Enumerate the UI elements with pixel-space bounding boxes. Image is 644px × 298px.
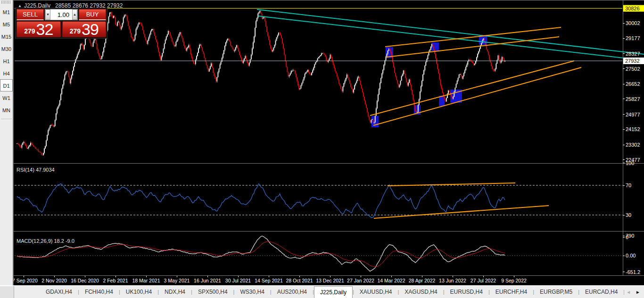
tab-spx500-h4[interactable]: SPX500,H4	[192, 286, 233, 298]
svg-text:23302: 23302	[626, 142, 640, 148]
timeframe-button-h4[interactable]: H4	[0, 67, 13, 79]
svg-text:30826: 30826	[625, 6, 640, 11]
mt4-window: RSI(14) 47.9034MACD(12,26,9) 18.2 -9.030…	[0, 0, 644, 298]
svg-text:28 Apr 2022: 28 Apr 2022	[409, 278, 436, 283]
buy-price-pips: 39	[82, 23, 99, 37]
svg-text:30: 30	[626, 212, 631, 218]
sell-button[interactable]: SELL	[17, 9, 44, 20]
svg-text:27 Jul 2022: 27 Jul 2022	[471, 278, 496, 283]
volume-stepper: ▼ ▲	[45, 9, 78, 20]
chart-tab-bar: GDAXI,H4|FCHI40,H4|UK100,H4|NDX,H4|SPX50…	[0, 285, 644, 298]
svg-text:25827: 25827	[626, 96, 640, 102]
tab-ws30-h4[interactable]: WS30,H4	[234, 286, 270, 298]
tab-uk100-h4[interactable]: UK100,H4	[120, 286, 157, 298]
tab-xauusd-h4[interactable]: XAUUSD,H4	[354, 286, 398, 298]
timeframe-toolbar: M1M5M15M30H1H4D1W1MN	[0, 0, 14, 285]
sell-price-pips: 32	[36, 23, 53, 37]
svg-text:16 Dec 2020: 16 Dec 2020	[71, 278, 99, 283]
supply-demand-zone	[431, 42, 439, 51]
svg-text:2 Feb 2021: 2 Feb 2021	[103, 278, 128, 283]
svg-text:30 Jul 2021: 30 Jul 2021	[225, 278, 251, 283]
svg-text:27502: 27502	[626, 66, 640, 72]
timeframe-button-w1[interactable]: W1	[0, 91, 13, 104]
svg-text:3 May 2021: 3 May 2021	[164, 278, 190, 283]
tab-gdaxi-h4[interactable]: GDAXI,H4	[40, 286, 78, 298]
svg-text:14 Mar 2022: 14 Mar 2022	[378, 278, 405, 283]
svg-text:26652: 26652	[626, 81, 640, 87]
chart-canvas[interactable]: RSI(14) 47.9034MACD(12,26,9) 18.2 -9.030…	[0, 0, 644, 285]
svg-text:16 Jun 2021: 16 Jun 2021	[194, 278, 221, 283]
timeframe-button-m1[interactable]: M1	[0, 6, 13, 18]
tab-eurusd-h4[interactable]: EURUSD,H4	[445, 286, 488, 298]
sell-price-panel[interactable]: 279 32	[17, 21, 61, 37]
svg-text:29177: 29177	[626, 35, 640, 41]
rsi-legend: RSI(14) 47.9034	[17, 167, 55, 173]
svg-text:9 Sep 2022: 9 Sep 2022	[501, 278, 527, 283]
tab-j225-daily[interactable]: J225,Daily	[314, 286, 353, 298]
sell-price-major: 279	[24, 27, 35, 35]
timeframe-button-m30[interactable]: M30	[0, 42, 13, 55]
toolbar-separator	[1, 119, 12, 120]
volume-input[interactable]	[50, 9, 72, 20]
svg-text:13 Dec 2021: 13 Dec 2021	[316, 278, 344, 283]
svg-text:30002: 30002	[626, 20, 640, 26]
tab-ndx-h4[interactable]: NDX,H4	[159, 286, 191, 298]
tab-fchi40-h4[interactable]: FCHI40,H4	[79, 286, 119, 298]
timeframe-button-h1[interactable]: H1	[0, 55, 13, 67]
buy-button[interactable]: BUY	[79, 9, 106, 20]
svg-text:28327: 28327	[626, 51, 640, 57]
svg-text:0.00: 0.00	[626, 253, 636, 258]
svg-text:14 Sep 2021: 14 Sep 2021	[255, 278, 283, 283]
svg-text:18 Mar 2021: 18 Mar 2021	[132, 278, 160, 283]
svg-text:27932: 27932	[625, 58, 640, 64]
timeframe-button-d1[interactable]: D1	[0, 79, 13, 91]
svg-text:24977: 24977	[626, 112, 640, 117]
volume-increase-icon[interactable]: ▲	[72, 9, 77, 20]
svg-text:24152: 24152	[626, 126, 640, 132]
svg-text:-651.2: -651.2	[626, 269, 640, 275]
svg-text:27 Jan 2022: 27 Jan 2022	[347, 278, 374, 283]
volume-decrease-icon[interactable]: ▼	[45, 9, 50, 20]
svg-text:2 Nov 2020: 2 Nov 2020	[41, 278, 67, 283]
tab-aus200-h4[interactable]: AUS200,H4	[272, 286, 313, 298]
svg-text:100: 100	[626, 160, 634, 166]
buy-price-panel[interactable]: 279 39	[62, 21, 107, 37]
svg-text:70: 70	[626, 182, 631, 188]
buy-price-major: 279	[70, 27, 81, 35]
svg-text:790: 790	[626, 233, 634, 239]
svg-text:28 Oct 2021: 28 Oct 2021	[286, 278, 313, 283]
macd-legend: MACD(12,26,9) 18.2 -9.0	[17, 238, 74, 244]
timeframe-button-m5[interactable]: M5	[0, 18, 13, 30]
tab-eurchf-h4[interactable]: EURCHF,H4	[490, 286, 533, 298]
tab-eurgbp-m5[interactable]: EURGBP,M5	[534, 286, 578, 298]
svg-text:13 Jun 2022: 13 Jun 2022	[439, 278, 466, 283]
tab-eurcad-h4[interactable]: EURCAD,H4	[579, 286, 623, 298]
toolbar-grip-handle[interactable]	[1, 0, 11, 4]
tab-xagusd-h4[interactable]: XAGUSD,H4	[399, 286, 443, 298]
tab-bar-stub[interactable]	[0, 286, 14, 298]
tabs-scroll-right-icon[interactable]: ►	[636, 290, 640, 295]
timeframe-button-mn[interactable]: MN	[0, 104, 13, 116]
svg-text:17 Sep 2020: 17 Sep 2020	[9, 278, 38, 283]
tabs-scroll-left-icon[interactable]: ◄	[626, 290, 631, 295]
timeframe-button-m15[interactable]: M15	[0, 30, 13, 42]
one-click-trading-widget: SELL ▼ ▲ BUY 279 32 279 39	[15, 8, 107, 39]
